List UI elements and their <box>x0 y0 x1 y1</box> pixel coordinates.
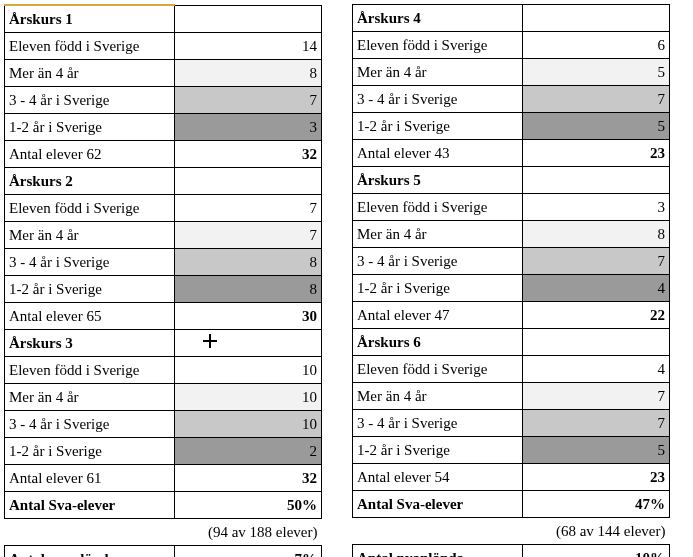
empty-cell <box>174 330 321 357</box>
right-table: Årskurs 4 Eleven född i Sverige6 Mer än … <box>352 4 670 557</box>
row-value: 5 <box>522 113 669 140</box>
row-value: 14 <box>174 33 321 60</box>
row-value: 8 <box>174 276 321 303</box>
row-label: Eleven född i Sverige <box>353 356 523 383</box>
row-label: 3 - 4 år i Sverige <box>5 87 175 114</box>
right-column: Årskurs 4 Eleven född i Sverige6 Mer än … <box>352 4 670 557</box>
row-value: 6 <box>522 32 669 59</box>
row-value: 8 <box>174 249 321 276</box>
row-value: 7 <box>174 87 321 114</box>
row-value: 10 <box>174 411 321 438</box>
left-table: Årskurs 1 Eleven född i Sverige14 Mer än… <box>4 4 322 557</box>
row-label: 1-2 år i Sverige <box>5 438 175 465</box>
left-column: Årskurs 1 Eleven född i Sverige14 Mer än… <box>4 4 322 557</box>
row-label: 3 - 4 år i Sverige <box>5 411 175 438</box>
row-label: 1-2 år i Sverige <box>353 275 523 302</box>
row-label: 3 - 4 år i Sverige <box>353 248 523 275</box>
total-label: Antal elever 47 <box>353 302 523 329</box>
row-value: 5 <box>522 59 669 86</box>
nyan-label: Antal nyanlända <box>5 546 175 558</box>
row-value: 4 <box>522 275 669 302</box>
row-label: Eleven född i Sverige <box>5 33 175 60</box>
group-title: Årskurs 3 <box>5 330 175 357</box>
row-label: 1-2 år i Sverige <box>5 276 175 303</box>
row-value: 7 <box>522 248 669 275</box>
row-value: 10 <box>174 357 321 384</box>
nyan-value: 7% <box>174 546 321 558</box>
empty-cell <box>522 167 669 194</box>
nyan-value: 10% <box>522 545 669 558</box>
row-label: Mer än 4 år <box>353 221 523 248</box>
total-label: Antal elever 62 <box>5 141 175 168</box>
total-value: 22 <box>522 302 669 329</box>
row-value: 3 <box>522 194 669 221</box>
row-label: 1-2 år i Sverige <box>353 113 523 140</box>
empty-cell <box>174 168 321 195</box>
empty-cell <box>174 5 321 33</box>
group-title: Årskurs 2 <box>5 168 175 195</box>
empty-cell <box>5 519 175 546</box>
total-label: Antal elever 54 <box>353 464 523 491</box>
row-label: Mer än 4 år <box>5 384 175 411</box>
row-label: 3 - 4 år i Sverige <box>5 249 175 276</box>
group-title: Årskurs 5 <box>353 167 523 194</box>
group-title: Årskurs 4 <box>353 5 523 32</box>
row-label: 3 - 4 år i Sverige <box>353 86 523 113</box>
row-label: Mer än 4 år <box>5 222 175 249</box>
row-value: 7 <box>522 86 669 113</box>
row-value: 2 <box>174 438 321 465</box>
total-label: Antal elever 61 <box>5 465 175 492</box>
total-value: 30 <box>174 303 321 330</box>
row-value: 7 <box>174 195 321 222</box>
row-label: 1-2 år i Sverige <box>353 437 523 464</box>
empty-cell <box>353 518 523 545</box>
row-label: 3 - 4 år i Sverige <box>353 410 523 437</box>
group-title: Årskurs 6 <box>353 329 523 356</box>
row-value: 7 <box>522 410 669 437</box>
row-label: Mer än 4 år <box>353 383 523 410</box>
row-value: 8 <box>174 60 321 87</box>
group-title: Årskurs 1 <box>5 5 175 33</box>
total-label: Antal elever 65 <box>5 303 175 330</box>
total-value: 23 <box>522 140 669 167</box>
sva-label: Antal Sva-elever <box>5 492 175 519</box>
row-label: Mer än 4 år <box>353 59 523 86</box>
row-value: 7 <box>522 383 669 410</box>
sva-label: Antal Sva-elever <box>353 491 523 518</box>
empty-cell <box>522 329 669 356</box>
row-value: 3 <box>174 114 321 141</box>
sva-value: 47% <box>522 491 669 518</box>
row-label: Eleven född i Sverige <box>353 194 523 221</box>
row-label: Eleven född i Sverige <box>5 357 175 384</box>
row-value: 4 <box>522 356 669 383</box>
row-label: Mer än 4 år <box>5 60 175 87</box>
total-label: Antal elever 43 <box>353 140 523 167</box>
row-label: Eleven född i Sverige <box>5 195 175 222</box>
sva-note: (68 av 144 elever) <box>522 518 669 545</box>
row-value: 5 <box>522 437 669 464</box>
row-label: Eleven född i Sverige <box>353 32 523 59</box>
sva-value: 50% <box>174 492 321 519</box>
total-value: 32 <box>174 465 321 492</box>
total-value: 23 <box>522 464 669 491</box>
sva-note: (94 av 188 elever) <box>174 519 321 546</box>
row-value: 7 <box>174 222 321 249</box>
nyan-label: Antal nyanlända <box>353 545 523 558</box>
row-value: 8 <box>522 221 669 248</box>
row-label: 1-2 år i Sverige <box>5 114 175 141</box>
empty-cell <box>522 5 669 32</box>
total-value: 32 <box>174 141 321 168</box>
row-value: 10 <box>174 384 321 411</box>
